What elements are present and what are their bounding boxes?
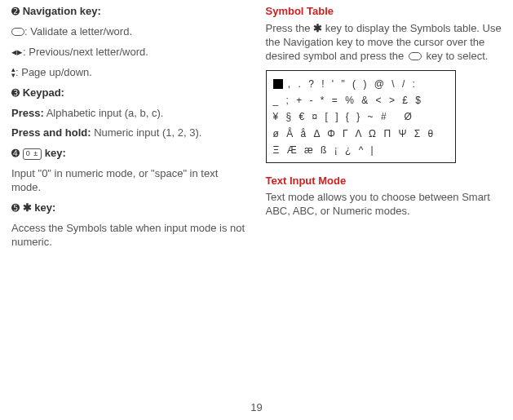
bullet-2-icon: ➋ [11,6,20,19]
asterisk-key-icon: ✱ [23,201,32,215]
presshold-label: Press and hold: [11,126,91,139]
presshold-row: Press and hold: Numeric input (1, 2, 3). [11,126,248,140]
symbol-intro-c: key to select. [423,50,488,62]
nav-prevnext-text: : Previous/next letter/word. [23,46,148,58]
press-text: Alphabetic input (a, b, c). [44,107,164,119]
symkey-heading: ➎ ✱ key: [11,201,248,215]
cursor-block-icon [273,79,283,89]
zerokey-heading-label: key: [45,147,66,159]
left-column: ➋ Navigation key: : Validate a letter/wo… [11,5,248,256]
zerokey-text: Input "0" in numeric mode, or "space" in… [11,167,248,195]
text-input-body: Text mode allows you to choose between S… [266,191,502,219]
bullet-3-icon: ➌ [11,87,20,100]
nav-pageupdown-row: ▴▾: Page up/down. [11,66,248,80]
ok-key-icon [409,52,422,60]
nav-prevnext-row: ◂▸: Previous/next letter/word. [11,46,248,60]
symkey-text: Access the Symbols table when input mode… [11,222,248,250]
nav-key-heading-label: Navigation key: [23,5,101,17]
text-input-heading: Text Input Mode [266,175,502,188]
bullet-5-icon: ➎ [11,202,20,215]
symbol-table-intro: Press the ✱ key to display the Symbols t… [266,22,502,64]
press-row: Press: Alphabetic input (a, b, c). [11,107,248,121]
symkey-heading-label: key: [34,201,55,214]
right-column: Symbol Table Press the ✱ key to display … [266,5,502,256]
zero-key-icon: 0 ± [23,148,42,160]
symbol-table-heading: Symbol Table [266,5,502,19]
presshold-text: Numeric input (1, 2, 3). [91,126,202,139]
keypad-heading: ➌ Keypad: [11,86,248,100]
left-right-arrow-icon: ◂▸ [11,46,23,60]
keypad-heading-label: Keypad: [23,86,64,99]
nav-pageupdown-text: : Page up/down. [15,66,92,78]
zerokey-heading: ➍ 0 ± key: [11,147,248,161]
symbol-table-box: , . ? ! ' " ( ) @ \ / : _ ; + - * = % & … [266,70,456,163]
ok-key-icon [11,28,24,36]
bullet-4-icon: ➍ [11,148,20,161]
nav-validate-text: : Validate a letter/word. [24,25,132,38]
nav-validate-row: : Validate a letter/word. [11,25,248,39]
nav-key-heading: ➋ Navigation key: [11,5,248,19]
asterisk-key-icon: ✱ [313,22,322,34]
press-label: Press: [11,107,44,119]
page-number: 19 [0,401,513,415]
symbol-intro-a: Press the [266,22,314,34]
